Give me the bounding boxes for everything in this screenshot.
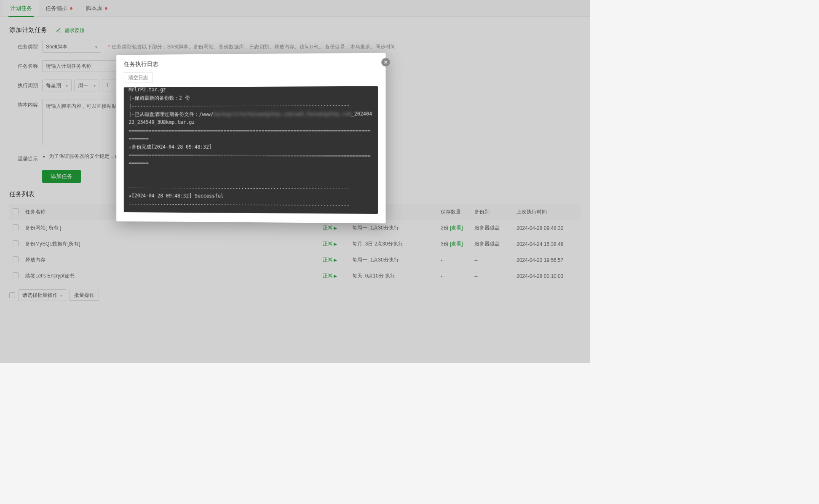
clear-log-button[interactable]: 清空日志 (124, 72, 153, 83)
close-icon[interactable]: ✕ (381, 58, 390, 67)
log-console[interactable]: |-分区/可用磁盘空间为：64.35 GB, 可用Inode为：5018477|… (124, 86, 378, 214)
log-modal: 任务执行日志 ✕ 清空日志 |-分区/可用磁盘空间为：64.35 GB, 可用I… (116, 53, 385, 224)
modal-title: 任务执行日志 (124, 61, 158, 68)
